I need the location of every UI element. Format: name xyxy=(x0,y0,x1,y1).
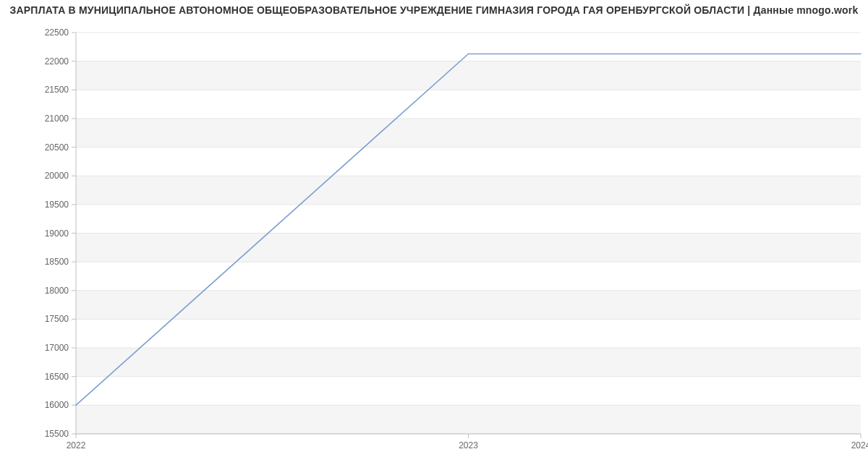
svg-rect-8 xyxy=(76,176,861,205)
y-tick-label: 21000 xyxy=(45,114,69,124)
y-tick-label: 15500 xyxy=(45,429,69,439)
svg-rect-3 xyxy=(76,319,861,348)
y-tick-label: 16500 xyxy=(45,372,69,382)
svg-rect-10 xyxy=(76,119,861,148)
y-tick-label: 19500 xyxy=(45,200,69,210)
svg-rect-5 xyxy=(76,262,861,291)
y-tick-label: 17500 xyxy=(45,314,69,324)
svg-rect-9 xyxy=(76,148,861,176)
y-tick-label: 20000 xyxy=(45,171,69,181)
svg-rect-7 xyxy=(76,205,861,234)
svg-rect-11 xyxy=(76,90,861,119)
svg-rect-13 xyxy=(76,33,861,61)
svg-rect-1 xyxy=(76,377,861,406)
line-chart: 1550016000165001700017500180001850019000… xyxy=(0,0,868,470)
svg-rect-4 xyxy=(76,291,861,320)
svg-rect-12 xyxy=(76,61,861,90)
svg-rect-0 xyxy=(76,405,861,434)
svg-rect-6 xyxy=(76,234,861,262)
chart-title: ЗАРПЛАТА В МУНИЦИПАЛЬНОЕ АВТОНОМНОЕ ОБЩЕ… xyxy=(0,4,868,16)
y-tick-label: 19000 xyxy=(45,228,69,239)
y-tick-label: 18000 xyxy=(45,286,69,296)
y-tick-label: 17000 xyxy=(45,343,69,353)
y-tick-label: 22500 xyxy=(45,27,69,38)
y-tick-label: 21500 xyxy=(45,85,69,95)
y-tick-label: 18500 xyxy=(45,257,69,267)
x-tick-label: 2023 xyxy=(459,440,478,450)
y-tick-label: 22000 xyxy=(45,56,69,67)
x-tick-label: 2022 xyxy=(67,440,86,450)
y-tick-label: 16000 xyxy=(45,400,69,410)
svg-rect-2 xyxy=(76,348,861,377)
y-tick-label: 20500 xyxy=(45,142,69,153)
x-tick-label: 2024 xyxy=(851,440,868,450)
